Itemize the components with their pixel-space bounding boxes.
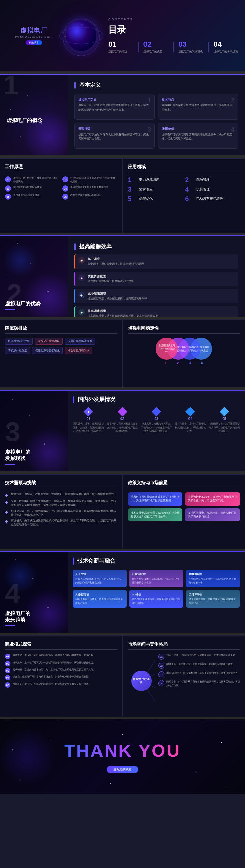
work-principle-panel: 工作原理 01 虚拟电厂第一级平台下接负荷管理为中用户管理系统 02 通过分析方…	[0, 159, 123, 233]
contents-item-1: 01 虚拟电厂的概念	[108, 41, 133, 53]
work-text: 整合资源调度的信息和相关数据控制	[70, 185, 108, 189]
inno-card-6: 云计算平台 基于云计算架构，构建弹性可扩展的虚拟电厂管理平台	[186, 590, 240, 608]
adv-title: 优化资源配置	[88, 274, 134, 279]
app-item-1: 1 电力系统调度	[128, 176, 183, 183]
advantage-header: 提高能源效率	[74, 243, 238, 250]
work-text: 通过通信技术和相关资源	[13, 194, 39, 197]
definition-grid: 1 虚拟电厂定义 虚拟电厂是一种通过先进信息技术和能源管理系统将分布式能源资源进…	[74, 94, 238, 149]
section-header: 基本定义	[74, 82, 238, 89]
thankyou-badge: 感谢您的观看	[107, 766, 138, 773]
slide-business-market: 商业模式探索 01 能源交易：虚拟电厂可以通过能源交易，参与电力市场的能源交易，…	[0, 635, 245, 717]
carbon-tag-3: 促进可再生能源发展	[65, 338, 95, 345]
market-num: 01	[158, 654, 164, 660]
dev-num: 02	[107, 417, 138, 421]
particle	[95, 42, 95, 43]
biz-text: 辅助服务：虚拟电厂还可以为一线电网经营参与调频服务，获取辅助服务收益。	[13, 661, 95, 665]
section-name: 虚拟电厂的	[5, 449, 30, 455]
market-layout: 虚拟电厂竞争格局 01 技术开发商：提供核心技术平台和解决方案，是市场的核心竞争…	[128, 654, 240, 708]
inno-text: 通过区块链技术，实现虚拟电厂的去中心化管理和数据安全保障	[132, 577, 180, 585]
section-name: 虚拟电厂的	[5, 610, 30, 617]
item-desc: 虚拟电厂的优势	[143, 50, 169, 53]
dot	[15, 559, 16, 560]
dev-item-4: 04 商业化前景，虚拟电厂商业化模式逐步成熟，市场规模持续扩大。	[175, 408, 206, 433]
slide-work-principle: 工作原理 01 虚拟电厂第一级平台下接负荷管理为中用户管理系统 02 通过分析方…	[0, 158, 245, 233]
carbon-tag-2: 减少化石能源消耗	[35, 338, 63, 345]
work-num: 05	[5, 194, 11, 200]
dev-diamond	[117, 407, 127, 416]
tech-icon: ◆	[5, 493, 8, 497]
dot	[10, 109, 11, 110]
section-header: 技术创新与融合	[73, 557, 240, 565]
inno-card-3: 物联网融合 与物联网技术深度融合，实现设备的互联互通和智能化控制	[186, 570, 240, 587]
star	[233, 761, 233, 761]
carbon-tag-6: 推动绿色低碳发展	[65, 347, 92, 354]
inno-title: 大数据分析	[75, 593, 124, 597]
card-text: 虚拟电厂是一种通过先进信息技术和能源管理系统将分布式能源资源进行整合优化运营的解…	[78, 103, 151, 112]
app-num: 2	[185, 176, 194, 183]
panel-title: 市场空间与竞争格局	[128, 641, 240, 650]
slide-development: 3 虚拟电厂的 发展现状 国内外发展情况 ◆ 01 国际领先，北美、欧洲等发达国…	[0, 390, 245, 471]
card-text: 虚拟电厂可以为电网运营商提供辅助能源服务，减少不稳定性，优化电网运作和效益。	[162, 133, 235, 141]
dot	[44, 443, 45, 445]
header-bar	[74, 82, 76, 89]
inno-title: 5G通信	[132, 593, 180, 597]
work-num: 01	[5, 176, 11, 182]
item-num: 03	[178, 41, 203, 48]
dev-item-1: ◆ 01 国际领先，北美、欧洲等发达国家，如德国、美国的虚拟电厂规模已经达到了G…	[73, 408, 104, 433]
particle	[81, 24, 82, 25]
adv-item-1: ◈ 集中调度 集中调度、通过集中调度，提高能源利用和调配	[74, 254, 238, 269]
adv-text: 提高调峰质量，通过提高能源调峰质量，提高能源利用效率	[88, 314, 158, 317]
dev-item-3: 03 技术落地，依托5G技术和人工智能技术，智能化虚拟电厂数字化建设取得新突破。	[141, 408, 172, 433]
tech-icon: ◆	[5, 519, 8, 524]
app-item-5: 5 储能优化	[128, 195, 183, 202]
section-underline	[7, 126, 17, 126]
dev-diamond-wrapper: ◆	[73, 408, 104, 415]
dev-text: 市场前景，多个地区开展新型电力市场，虚拟电厂参与比例持续提升。	[209, 422, 240, 433]
dev-diamond-wrapper	[209, 408, 240, 415]
dev-items: ◆ 01 国际领先，北美、欧洲等发达国家，如德国、美国的虚拟电厂规模已经达到了G…	[73, 408, 240, 433]
work-text: 通过分析方式能源资源调度行业中管理的优化调度	[70, 176, 117, 183]
inno-card-4: 大数据分析 利用大数据分析技术，提升能源预测精度和系统运行效率	[73, 590, 127, 608]
adv-text: 通过储能调度，减少储能浪费，提高能源利用效率	[88, 297, 147, 301]
section-underline	[5, 309, 15, 310]
work-item-2: 02 通过分析方式能源资源调度行业中管理的优化调度	[62, 176, 117, 183]
brand-badge: 精选演示	[26, 40, 42, 45]
dev-num: 03	[141, 417, 172, 421]
market-panel: 市场空间与竞争格局 虚拟电厂竞争格局 01 技术开发商：提供核心技术平台和解决方…	[123, 636, 245, 717]
carbon-tag-1: 提高能源利用效率	[5, 338, 33, 345]
dev-text: 政策推进，国家积极出台政策支持鼓励，推动虚拟电厂行业规模化发展。	[107, 422, 138, 433]
dot	[12, 399, 13, 400]
app-num: 3	[128, 186, 136, 193]
star	[221, 742, 222, 743]
app-label: 负荷管理	[196, 187, 210, 192]
biz-num: 04	[5, 675, 10, 680]
tech-challenges-panel: 技术瓶颈与挑战 ◆ 技术瓶颈：虚拟电厂在预测管理、管理优化、信息通信等系统功能开…	[0, 475, 123, 549]
policy-text: 技术发展带来新机遇，5G和AI的广泛应用将极大提升虚拟电厂管理效率。	[131, 511, 180, 519]
stability-circles: 通过储能调度与分配的电力稳定性 通过储能对电网的稳定控制能力 优化资源调配提升电…	[128, 338, 240, 360]
app-item-2: 2 能源管理	[185, 176, 240, 183]
item-num: 02	[143, 41, 169, 48]
inno-title: 人工智能	[75, 572, 124, 576]
tech-text: 标准化问题：由于不同的虚拟电厂设计和运营模式存在差异，现有的技术标准和接口协议难…	[11, 509, 117, 517]
star	[225, 787, 226, 787]
slide-thank-you: THANK YOU 感谢您的观看	[0, 719, 245, 794]
market-item-1: 01 技术开发商：提供核心技术平台和解决方案，是市场的核心竞争者。	[158, 654, 240, 660]
card-title: 虚拟电厂定义	[78, 98, 151, 102]
dev-diamond	[152, 407, 161, 416]
biz-item-4: 04 碳交易：虚拟电厂可以参与碳市场交易，并获取碳减排带来的碳交易收益。	[5, 675, 117, 680]
star	[208, 727, 208, 727]
dev-diamond	[220, 407, 229, 416]
section-right-panel: 基本定义 1 虚拟电厂定义 虚拟电厂是一种通过先进信息技术和能源管理系统将分布式…	[68, 75, 245, 155]
section-name2: 发展现状	[5, 455, 30, 462]
dev-diamond-wrapper	[175, 408, 206, 415]
policy-panel: 政策支持与市场前景 国家对可再生能源的政策支持力度持续增大，为虚拟电厂推广提供政…	[123, 475, 245, 549]
adv-item-4: ◈ 提高调峰质量 提高调峰质量，通过提高能源调峰质量，提高能源利用效率	[74, 306, 238, 317]
def-card-4: 4 运营价值 虚拟电厂可以为电网运营商提供辅助能源服务，减少不稳定性，优化电网运…	[158, 123, 238, 149]
section-right-panel: 国内外发展情况 ◆ 01 国际领先，北美、欧洲等发达国家，如德国、美国的虚拟电厂…	[68, 391, 245, 471]
section-left-panel: 2 虚拟电厂的优势	[0, 236, 68, 317]
slide-cover: 虚拟电厂 PPLA-BUG in unlimited possibilities…	[0, 0, 245, 71]
def-card-1: 1 虚拟电厂定义 虚拟电厂是一种通过先进信息技术和能源管理系统将分布式能源资源进…	[74, 94, 155, 120]
policy-text: 业界预计到2030年，虚拟电厂市场规模将突破千亿大关，市场空间广阔。	[188, 495, 237, 503]
tech-text: 技术瓶颈：虚拟电厂在预测管理、管理优化、信息通信等系统功能开发仍面临较多挑战。	[11, 492, 116, 496]
svg-line-0	[141, 660, 155, 681]
